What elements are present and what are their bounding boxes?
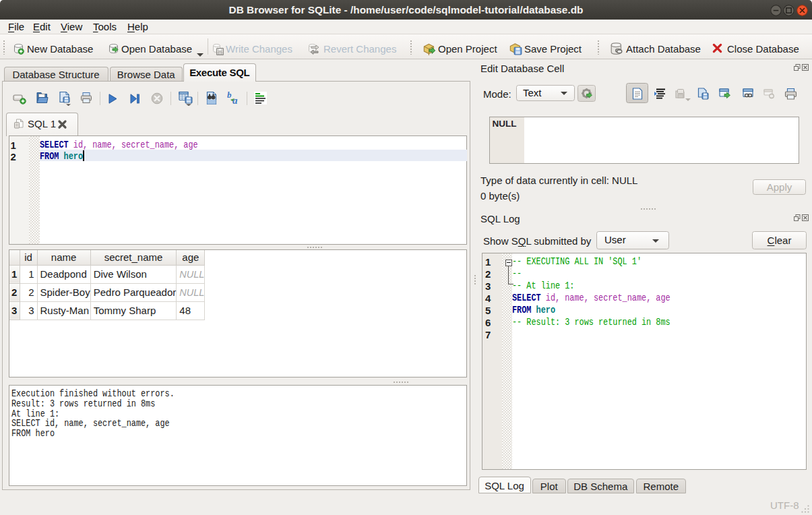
svg-text:b: b: [227, 91, 232, 100]
